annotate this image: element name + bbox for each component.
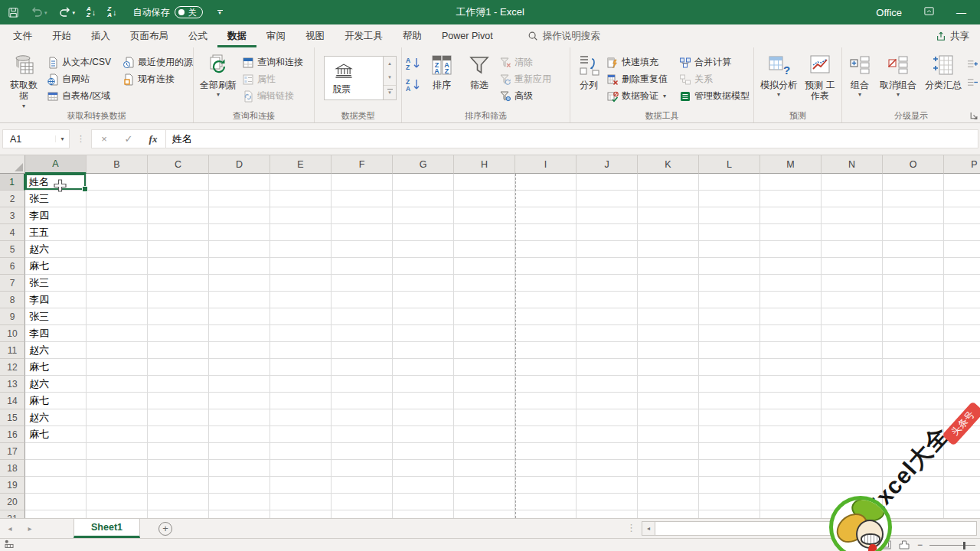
cell-O8[interactable] <box>883 292 944 308</box>
tab-file[interactable]: 文件 <box>3 24 42 47</box>
cell-P18[interactable] <box>944 460 980 477</box>
cell-C20[interactable] <box>148 494 209 510</box>
cell-L12[interactable] <box>699 359 760 376</box>
cell-J3[interactable] <box>577 207 638 224</box>
row-header-15[interactable]: 15 <box>0 409 25 426</box>
cell-C3[interactable] <box>148 207 209 224</box>
cell-I11[interactable] <box>515 342 577 359</box>
ribbon-display-options-button[interactable] <box>923 5 935 19</box>
insert-function-button[interactable]: fx <box>141 133 165 145</box>
cell-A2[interactable]: 张三 <box>25 191 87 207</box>
cell-L17[interactable] <box>699 443 760 460</box>
cell-M13[interactable] <box>760 376 822 393</box>
cell-B20[interactable] <box>87 494 148 510</box>
cell-C14[interactable] <box>148 393 209 409</box>
cell-K14[interactable] <box>638 393 699 409</box>
cell-K15[interactable] <box>638 409 699 426</box>
cell-B9[interactable] <box>87 308 148 325</box>
cell-A21[interactable] <box>25 510 87 518</box>
cell-D8[interactable] <box>209 292 270 308</box>
cell-K9[interactable] <box>638 308 699 325</box>
column-header-C[interactable]: C <box>148 155 209 174</box>
cell-O7[interactable] <box>883 275 944 292</box>
cell-N14[interactable] <box>822 393 883 409</box>
cell-O12[interactable] <box>883 359 944 376</box>
cell-B21[interactable] <box>87 510 148 518</box>
cell-C10[interactable] <box>148 325 209 342</box>
cell-P21[interactable] <box>944 510 980 518</box>
tab-insert[interactable]: 插入 <box>81 24 120 47</box>
cell-H15[interactable] <box>454 409 515 426</box>
cell-L8[interactable] <box>699 292 760 308</box>
cell-O11[interactable] <box>883 342 944 359</box>
cell-B15[interactable] <box>87 409 148 426</box>
cell-N1[interactable] <box>822 174 883 191</box>
cell-O9[interactable] <box>883 308 944 325</box>
formula-bar-divider-icon[interactable]: ⋮ <box>70 134 91 144</box>
tab-home[interactable]: 开始 <box>42 24 81 47</box>
cell-E1[interactable] <box>270 174 332 191</box>
cell-M10[interactable] <box>760 325 822 342</box>
cell-N4[interactable] <box>822 224 883 241</box>
cell-D13[interactable] <box>209 376 270 393</box>
cell-B10[interactable] <box>87 325 148 342</box>
cell-M1[interactable] <box>760 174 822 191</box>
macro-record-button[interactable] <box>5 540 14 550</box>
cell-M14[interactable] <box>760 393 822 409</box>
cell-P6[interactable] <box>944 258 980 275</box>
cell-O5[interactable] <box>883 241 944 258</box>
minimize-button[interactable]: — <box>956 8 966 18</box>
select-all-corner[interactable] <box>0 155 25 174</box>
row-header-9[interactable]: 9 <box>0 308 25 325</box>
cell-M20[interactable] <box>760 494 822 510</box>
cell-F15[interactable] <box>332 409 393 426</box>
cell-D12[interactable] <box>209 359 270 376</box>
cell-B19[interactable] <box>87 477 148 494</box>
row-header-2[interactable]: 2 <box>0 191 25 207</box>
cell-K7[interactable] <box>638 275 699 292</box>
cell-G17[interactable] <box>393 443 454 460</box>
column-header-B[interactable]: B <box>87 155 148 174</box>
tab-bar-divider-icon[interactable]: ⋮ <box>626 522 636 533</box>
cell-K1[interactable] <box>638 174 699 191</box>
flash-fill-button[interactable]: 快速填充 <box>606 56 677 69</box>
cell-M18[interactable] <box>760 460 822 477</box>
cell-E2[interactable] <box>270 191 332 207</box>
tab-page-layout[interactable]: 页面布局 <box>120 24 178 47</box>
cell-H16[interactable] <box>454 426 515 443</box>
cell-J7[interactable] <box>577 275 638 292</box>
cell-E5[interactable] <box>270 241 332 258</box>
cell-B16[interactable] <box>87 426 148 443</box>
column-header-K[interactable]: K <box>638 155 699 174</box>
cell-H17[interactable] <box>454 443 515 460</box>
cell-J1[interactable] <box>577 174 638 191</box>
cell-F2[interactable] <box>332 191 393 207</box>
cell-G11[interactable] <box>393 342 454 359</box>
cell-B13[interactable] <box>87 376 148 393</box>
cell-C1[interactable] <box>148 174 209 191</box>
cell-P1[interactable] <box>944 174 980 191</box>
cell-K13[interactable] <box>638 376 699 393</box>
row-header-8[interactable]: 8 <box>0 292 25 308</box>
next-sheet-button[interactable]: ▸ <box>20 519 40 538</box>
cell-M19[interactable] <box>760 477 822 494</box>
cell-B12[interactable] <box>87 359 148 376</box>
cell-D5[interactable] <box>209 241 270 258</box>
cell-G7[interactable] <box>393 275 454 292</box>
cell-H10[interactable] <box>454 325 515 342</box>
relationships-button[interactable]: 关系 <box>679 73 750 86</box>
cell-H11[interactable] <box>454 342 515 359</box>
ungroup-button[interactable]: 取消组合 ▾ <box>877 50 920 99</box>
cell-B11[interactable] <box>87 342 148 359</box>
row-header-10[interactable]: 10 <box>0 325 25 342</box>
cell-H2[interactable] <box>454 191 515 207</box>
cell-A6[interactable]: 麻七 <box>25 258 87 275</box>
row-header-19[interactable]: 19 <box>0 477 25 494</box>
cell-K5[interactable] <box>638 241 699 258</box>
scrollbar-thumb[interactable] <box>655 521 977 536</box>
cell-O6[interactable] <box>883 258 944 275</box>
forecast-sheet-button[interactable]: 预测 工作表 <box>802 50 838 102</box>
cell-F4[interactable] <box>332 224 393 241</box>
cell-P5[interactable] <box>944 241 980 258</box>
cell-H6[interactable] <box>454 258 515 275</box>
